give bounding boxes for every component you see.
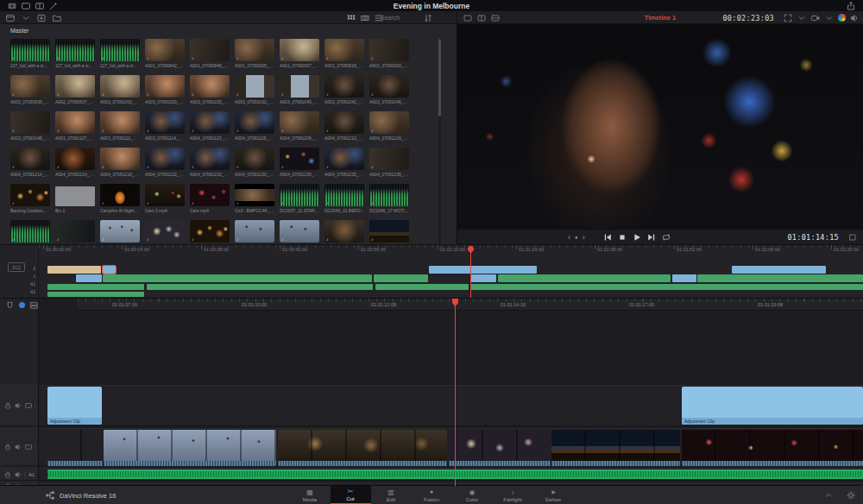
track-header-2[interactable]: 2 <box>0 385 38 426</box>
media-clip[interactable]: ♪A002_07090918_C... <box>324 39 366 75</box>
stop-button[interactable] <box>617 232 627 243</box>
jog-control[interactable]: ‹ ● › <box>568 233 585 242</box>
media-clip[interactable]: ♪A003_07091025_C... <box>190 75 231 111</box>
video-clip[interactable] <box>278 430 447 466</box>
media-clip[interactable]: ♪A004_07091230_C... <box>235 148 276 184</box>
camera-chevron-icon[interactable] <box>824 13 835 22</box>
timeline-playhead[interactable] <box>455 299 456 486</box>
media-clip[interactable]: ♪Backing Cookies... <box>10 184 52 220</box>
media-clip[interactable]: ♪A001_07090905_C... <box>235 39 276 75</box>
import-folder-icon[interactable] <box>51 13 63 23</box>
video-track-2-lane[interactable]: Adjustment ClipAdjustment Clip <box>39 385 863 426</box>
media-clip[interactable]: ♪A003_07091042_C... <box>324 75 366 111</box>
media-clip[interactable]: ♪A003_07091107_C... <box>55 111 97 148</box>
overview-clip[interactable] <box>103 266 116 274</box>
media-clip[interactable]: ♪A001_07090907_C... <box>280 39 321 75</box>
speaker-icon[interactable] <box>14 443 22 451</box>
video-clip[interactable] <box>682 430 863 466</box>
overview-body[interactable]: 01:00:00:0001:00:14:0001:00:28:0001:00:4… <box>39 245 863 299</box>
media-clip[interactable]: ♪A003_07091046_C... <box>369 75 411 111</box>
media-clip[interactable]: ♪A004_07091210_C... <box>324 111 366 148</box>
media-pool-scrollbar[interactable] <box>438 39 441 261</box>
tab-color[interactable]: ◉Color <box>452 486 493 504</box>
tab-fusion[interactable]: ✦Fusion <box>412 486 452 504</box>
media-clip[interactable]: ♪A004_07091123_C... <box>190 111 231 148</box>
video-track-icon[interactable] <box>24 401 33 410</box>
bin-name[interactable]: Master <box>10 28 28 34</box>
media-clip[interactable]: ♪A003_07091003_C... <box>100 75 142 111</box>
track-header-a1[interactable]: A1 <box>0 468 38 481</box>
speaker-icon[interactable] <box>14 401 22 410</box>
import-media-icon[interactable] <box>35 13 47 23</box>
overview-clip[interactable] <box>697 274 863 282</box>
media-clip[interactable]: ♪Co3 - BMPCC4K_jo... <box>235 184 276 220</box>
media-clip[interactable]: ♪A004_07091216_C... <box>369 111 411 148</box>
media-clip[interactable]: ♪A004_07091214_C... <box>55 148 97 184</box>
tab-deliver[interactable]: ➤Deliver <box>533 486 574 504</box>
video-track-icon[interactable] <box>24 443 33 451</box>
timeline-body[interactable]: 01:01:07:1601:01:10:0001:01:12:0801:01:1… <box>39 299 863 486</box>
media-clip[interactable]: ♪A003_07091111_C... <box>100 111 142 148</box>
go-to-end-button[interactable] <box>646 232 657 243</box>
zoom-chevron-icon[interactable] <box>797 13 807 22</box>
overview-playhead[interactable] <box>470 247 471 298</box>
video-clip[interactable] <box>449 430 551 466</box>
lock-icon[interactable] <box>3 401 12 410</box>
lock-icon[interactable] <box>3 443 12 451</box>
audio-monitor-icon[interactable] <box>849 13 860 22</box>
bin-chevron-down-icon[interactable] <box>20 13 32 23</box>
media-clip[interactable]: ♪A004_07091209_C... <box>280 111 321 148</box>
go-to-start-button[interactable] <box>602 232 613 243</box>
video-clip[interactable] <box>47 430 103 466</box>
overview-clip[interactable] <box>429 266 537 274</box>
overview-clip[interactable] <box>47 284 144 290</box>
media-clip[interactable]: ♪A004_07091236_C... <box>369 148 411 184</box>
chevron-up-icon[interactable] <box>823 490 834 501</box>
speaker-icon[interactable] <box>14 470 22 479</box>
video-clip[interactable] <box>104 430 276 466</box>
overview-clip[interactable] <box>375 284 469 290</box>
adjustment-clip[interactable]: Adjustment Clip <box>47 387 102 425</box>
quick-export-icon[interactable] <box>844 1 858 10</box>
media-clip[interactable]: ♪A002_07090936_C... <box>10 75 52 111</box>
overview-clip[interactable] <box>47 266 101 274</box>
search-input[interactable] <box>381 15 417 21</box>
overview-clip[interactable] <box>470 274 496 282</box>
video-track-1-lane[interactable] <box>39 428 863 466</box>
strip-view-icon[interactable] <box>359 13 370 22</box>
overview-clip[interactable] <box>76 274 102 282</box>
video-clip[interactable] <box>551 430 680 466</box>
jog-right-icon[interactable]: › <box>583 233 585 242</box>
media-clip[interactable]: ♪127_full_with a si... <box>10 39 52 75</box>
media-clip[interactable]: ♪A004_07091235_C... <box>280 148 321 184</box>
overview-clip[interactable] <box>732 266 826 274</box>
jog-left-icon[interactable]: ‹ <box>568 233 570 242</box>
scrollbar-handle[interactable] <box>438 39 441 117</box>
media-clip[interactable]: ♪A003_07091040_C... <box>280 75 321 111</box>
media-clip[interactable]: ♪127_full_with a si... <box>100 39 142 75</box>
color-wheel-icon[interactable] <box>838 14 846 22</box>
media-clip[interactable]: ♪A004_07091222_C... <box>145 148 186 184</box>
expand-viewer-icon[interactable] <box>783 13 793 22</box>
timeline-ruler[interactable]: 01:01:07:1601:01:10:0001:01:12:0801:01:1… <box>78 299 863 311</box>
media-clip[interactable]: ♪A004_07091218_C... <box>100 148 142 184</box>
marker-icon[interactable] <box>19 302 25 308</box>
lock-icon[interactable] <box>3 470 12 479</box>
track-view-icon[interactable] <box>29 300 39 310</box>
loop-button[interactable] <box>661 232 671 243</box>
track-header-1[interactable]: 1 <box>0 428 38 466</box>
thumbnail-view-icon[interactable] <box>345 13 356 22</box>
media-clip[interactable]: ♪Campfire At Night... <box>100 184 142 220</box>
media-clip[interactable]: ♪A003_07091114_C... <box>145 111 186 148</box>
settings-gear-icon[interactable] <box>846 490 856 501</box>
overview-scope-badge[interactable]: ZC2 <box>8 262 25 272</box>
tab-edit[interactable]: ▥Edit <box>371 486 412 504</box>
adjustment-clip[interactable]: Adjustment Clip <box>682 387 863 425</box>
sort-icon[interactable] <box>422 13 434 23</box>
tab-fairlight[interactable]: ♪Fairlight <box>493 486 533 504</box>
overview-clip[interactable] <box>498 274 671 282</box>
tab-cut[interactable]: ✂Cut <box>331 486 371 504</box>
media-clip[interactable]: ♪A004_07091128_C... <box>235 111 276 148</box>
video-frame[interactable] <box>457 24 863 229</box>
overview-clip[interactable] <box>374 274 428 282</box>
